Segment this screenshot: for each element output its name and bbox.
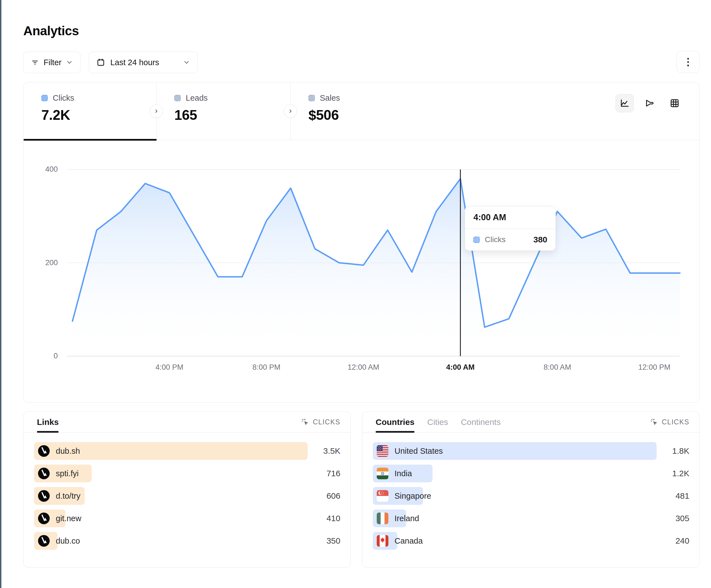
country-label: Ireland [394,514,419,523]
leads-tab-value: 165 [174,107,290,123]
link-row[interactable]: dub.co 350 [34,532,340,550]
x-axis-label: 8:00 AM [544,363,571,372]
country-label: United States [394,447,443,456]
x-axis-label: 4:00 AM [446,363,475,372]
link-label: dub.sh [56,447,80,456]
links-metric-header[interactable]: CLICKS [301,412,340,432]
tab-continents[interactable]: Continents [461,412,500,432]
link-row[interactable]: git.new 410 [34,510,340,527]
country-clicks-value: 1.8K [656,446,689,456]
sales-legend-square [308,95,315,101]
analytics-chart-card: Clicks 7.2K Leads 165 Sales $506 › › [23,82,699,403]
y-axis-label: 400 [35,165,58,174]
tab-cities[interactable]: Cities [427,412,448,432]
geo-metric-header[interactable]: CLICKS [650,412,689,432]
metric-divider-chevron-icon[interactable]: › [150,105,163,118]
links-metric-label: CLICKS [313,418,340,426]
kebab-menu-icon: ⋮ [683,56,693,68]
line-chart-view-button[interactable] [616,94,634,112]
link-row[interactable]: d.to/try 606 [34,487,340,505]
country-label: Singapore [394,492,431,501]
clicks-legend-square [41,95,48,101]
dub-logo-icon [38,468,50,479]
toolbar: Filter Last 24 hours [23,51,198,73]
link-clicks-value: 606 [308,491,340,501]
clicks-tab-value: 7.2K [41,107,156,123]
links-card: Links CLICKS dub.sh 3.5K [23,411,351,567]
x-axis-label: 12:00 AM [348,363,379,372]
country-flag-icon [377,490,388,502]
dub-logo-icon [38,513,50,524]
leads-legend-square [174,95,181,101]
tab-leads[interactable]: Leads 165 [156,82,290,140]
funnel-view-button[interactable] [641,94,659,112]
country-row[interactable]: United States 1.8K [373,442,689,460]
y-axis-label: 200 [35,258,58,267]
country-flag-icon [377,513,388,524]
geo-metric-label: CLICKS [662,418,689,426]
chevron-down-icon [66,59,73,66]
country-label: Canada [394,537,423,546]
active-tab-underline [24,139,156,141]
dub-logo-icon [38,490,50,502]
y-axis-label: 0 [35,352,58,360]
metric-divider-chevron-icon[interactable]: › [284,105,297,118]
link-clicks-value: 410 [308,514,340,523]
country-row[interactable]: Canada 240 [373,532,689,550]
tooltip-series-label: Clicks [485,235,505,244]
tooltip-value: 380 [533,235,547,244]
leads-tab-label: Leads [186,93,208,103]
country-row[interactable]: Singapore 481 [373,487,689,505]
metric-tabs: Clicks 7.2K Leads 165 Sales $506 › › [24,82,699,140]
date-range-label: Last 24 hours [110,58,159,67]
geo-rows: United States 1.8K India 1.2K [362,433,699,550]
link-clicks-value: 3.5K [308,446,340,456]
x-axis-label: 12:00 PM [638,363,670,372]
chevron-down-icon [183,59,190,66]
link-clicks-value: 716 [308,469,340,478]
tab-links[interactable]: Links [37,412,59,432]
more-menu-button[interactable]: ⋮ [676,51,699,73]
dub-logo-icon [38,535,50,547]
line-chart-icon [620,98,630,108]
date-range-button[interactable]: Last 24 hours [89,51,198,73]
x-axis-label: 8:00 PM [252,363,280,372]
page-title: Analytics [23,23,79,38]
cursor-click-icon [650,418,658,426]
chart-tooltip: 4:00 AM Clicks 380 [465,206,556,251]
country-flag-icon [377,445,388,457]
dub-logo-icon [38,445,50,457]
country-row[interactable]: India 1.2K [373,465,689,482]
country-clicks-value: 240 [656,536,689,546]
x-axis-label: 4:00 PM [155,363,184,372]
chart-view-switcher [616,94,684,112]
clicks-tab-label: Clicks [53,93,74,103]
link-label: spti.fyi [56,469,79,478]
link-row[interactable]: spti.fyi 716 [34,465,340,482]
sales-tab-label: Sales [320,93,340,103]
table-grid-icon [670,98,680,108]
tooltip-series-square [473,236,480,243]
tooltip-time: 4:00 AM [465,206,556,229]
link-row[interactable]: dub.sh 3.5K [34,442,340,460]
tab-countries[interactable]: Countries [375,412,414,432]
country-flag-icon [377,468,388,479]
country-flag-icon [377,535,388,547]
link-label: git.new [56,514,81,523]
filter-button[interactable]: Filter [23,51,81,73]
calendar-icon [96,58,105,67]
link-label: d.to/try [56,492,81,501]
link-label: dub.co [56,537,80,546]
country-label: India [394,469,412,478]
country-clicks-value: 1.2K [656,469,689,478]
country-row[interactable]: Ireland 305 [373,510,689,527]
window-edge-stripe [0,0,1,588]
tab-clicks[interactable]: Clicks 7.2K [24,82,156,140]
filter-icon [31,58,39,67]
funnel-chart-icon [645,98,655,108]
country-clicks-value: 481 [656,491,689,501]
filter-button-label: Filter [44,58,61,67]
geo-card: Countries Cities Continents CLICKS Unite… [362,411,699,567]
link-clicks-value: 350 [308,536,340,546]
table-view-button[interactable] [666,94,684,112]
